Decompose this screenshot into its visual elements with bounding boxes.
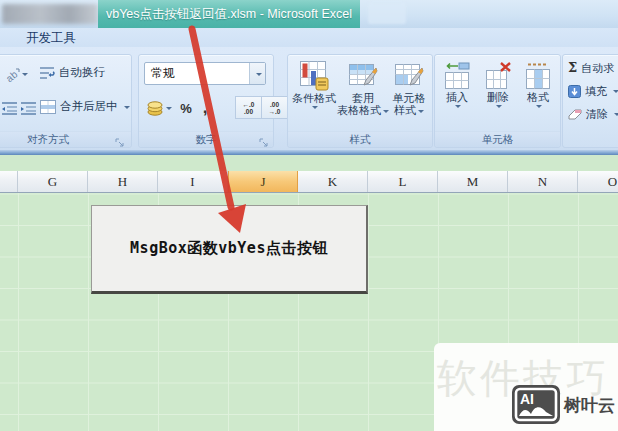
merge-center-icon bbox=[40, 100, 56, 114]
ai-logo-text: AI bbox=[520, 391, 534, 407]
eraser-icon bbox=[568, 108, 582, 120]
wrap-text-button[interactable]: 自动换行 bbox=[40, 65, 105, 80]
watermark-brand: 树叶云 bbox=[564, 394, 615, 417]
decrease-decimal-label: .00 bbox=[270, 101, 279, 108]
group-styles: 条件格式 套用 表格格式 bbox=[287, 54, 433, 148]
dropdown-arrow-icon bbox=[256, 73, 262, 79]
format-label: 格式 bbox=[527, 91, 549, 103]
dropdown-arrow-icon bbox=[22, 73, 28, 79]
blurred-quick-access-toolbar bbox=[2, 4, 98, 24]
delete-label: 删除 bbox=[487, 91, 509, 103]
dropdown-arrow-icon bbox=[312, 106, 318, 112]
excel-window: vbYes点击按钮返回值.xlsm - Microsoft Excel 开发工具… bbox=[0, 0, 618, 431]
decrease-indent-button[interactable] bbox=[0, 96, 19, 120]
wrap-text-label: 自动换行 bbox=[59, 65, 105, 80]
group-editing: Σ 自动求 填充 清除 bbox=[562, 54, 618, 148]
column-header-stub[interactable] bbox=[0, 171, 18, 192]
increase-decimal-label2: .00 bbox=[244, 108, 253, 115]
clear-label: 清除 bbox=[586, 107, 608, 122]
decrease-indent-icon bbox=[2, 102, 17, 115]
fill-button[interactable]: 填充 bbox=[568, 83, 618, 99]
column-headers: GHIJKLMNO bbox=[0, 171, 618, 193]
conditional-formatting-icon bbox=[299, 60, 329, 92]
title-bar: vbYes点击按钮返回值.xlsm - Microsoft Excel bbox=[0, 0, 618, 28]
msgbox-text: MsgBox函数vbYes点击按钮 bbox=[130, 239, 328, 258]
decimal-buttons: ←.0 .00 .00 →.0 bbox=[235, 96, 288, 119]
format-as-table-label: 套用 bbox=[352, 92, 374, 104]
cell-styles-label: 单元格 bbox=[393, 92, 426, 104]
ribbon-tab-row: 开发工具 bbox=[0, 28, 618, 48]
increase-indent-button[interactable] bbox=[18, 96, 38, 120]
decrease-decimal-label2: →.0 bbox=[269, 108, 281, 115]
insert-label: 插入 bbox=[446, 91, 468, 103]
format-as-table-icon bbox=[348, 60, 378, 92]
tab-developer[interactable]: 开发工具 bbox=[26, 30, 76, 47]
ai-logo-icon: AI bbox=[512, 385, 560, 424]
column-header-N[interactable]: N bbox=[508, 171, 578, 192]
dropdown-arrow-icon bbox=[455, 105, 461, 111]
group-alignment: ab bbox=[0, 54, 132, 148]
fill-label: 填充 bbox=[585, 84, 607, 99]
group-label-cells: 单元格 bbox=[435, 131, 560, 147]
percent-style-button[interactable]: % bbox=[175, 96, 197, 120]
orientation-button[interactable]: ab bbox=[0, 61, 35, 87]
group-cells: 插入 删除 bbox=[434, 54, 561, 148]
merge-center-button[interactable]: 合并后居中 bbox=[40, 99, 130, 114]
msgbox-shape[interactable]: MsgBox函数vbYes点击按钮 bbox=[91, 205, 368, 294]
conditional-formatting-button[interactable]: 条件格式 bbox=[290, 58, 338, 128]
increase-decimal-label: ←.0 bbox=[243, 101, 255, 108]
number-format-dropdown[interactable]: 常规 bbox=[144, 62, 266, 85]
insert-cells-button[interactable]: 插入 bbox=[437, 58, 477, 128]
comma-style-button[interactable]: , bbox=[196, 96, 214, 120]
format-as-table-label2: 表格格式 bbox=[337, 104, 389, 116]
dropdown-arrow-icon bbox=[124, 106, 130, 112]
wrap-text-icon bbox=[40, 66, 55, 80]
dropdown-arrow-icon bbox=[496, 105, 502, 111]
decrease-decimal-button[interactable]: .00 →.0 bbox=[261, 96, 288, 119]
dropdown-arrow-icon bbox=[536, 105, 542, 111]
autosum-label: 自动求 bbox=[581, 61, 614, 76]
ribbon: ab bbox=[0, 47, 618, 153]
increase-indent-icon bbox=[21, 102, 36, 115]
text-orientation-icon: ab bbox=[3, 66, 20, 83]
sheet-top-strip bbox=[0, 155, 618, 171]
window-title: vbYes点击按钮返回值.xlsm - Microsoft Excel bbox=[106, 6, 352, 23]
title-highlight: vbYes点击按钮返回值.xlsm - Microsoft Excel bbox=[98, 0, 360, 28]
accounting-format-button[interactable] bbox=[143, 96, 175, 120]
format-cells-button[interactable]: 格式 bbox=[518, 58, 558, 128]
column-header-I[interactable]: I bbox=[158, 171, 228, 192]
number-format-value: 常规 bbox=[145, 65, 249, 82]
insert-cells-icon bbox=[442, 61, 472, 91]
conditional-formatting-label: 条件格式 bbox=[292, 92, 336, 104]
merge-center-label: 合并后居中 bbox=[60, 99, 118, 114]
format-cells-icon bbox=[523, 61, 553, 91]
dropdown-button[interactable] bbox=[249, 63, 265, 84]
column-header-K[interactable]: K bbox=[298, 171, 368, 192]
group-label-number: 数字 bbox=[139, 131, 273, 147]
group-number: 常规 % , ←.0 .00 .00 →.0 bbox=[138, 54, 274, 148]
dialog-launcher-icon[interactable] bbox=[115, 134, 125, 144]
sigma-icon: Σ bbox=[568, 61, 577, 75]
clear-button[interactable]: 清除 bbox=[568, 106, 618, 122]
cell-styles-label2: 样式 bbox=[394, 104, 424, 116]
dialog-launcher-icon[interactable] bbox=[259, 134, 269, 144]
svg-text:ab: ab bbox=[3, 68, 19, 83]
cell-styles-button[interactable]: 单元格 样式 bbox=[387, 58, 431, 128]
column-header-H[interactable]: H bbox=[88, 171, 158, 192]
column-header-L[interactable]: L bbox=[368, 171, 438, 192]
delete-cells-icon bbox=[483, 61, 513, 91]
dropdown-arrow-icon bbox=[166, 107, 172, 113]
dropdown-arrow-icon bbox=[614, 113, 618, 119]
column-header-G[interactable]: G bbox=[18, 171, 88, 192]
group-label-alignment: 对齐方式 bbox=[0, 131, 131, 147]
autosum-button[interactable]: Σ 自动求 bbox=[568, 60, 614, 76]
fill-down-icon bbox=[568, 85, 581, 98]
column-header-M[interactable]: M bbox=[438, 171, 508, 192]
column-header-J[interactable]: J bbox=[228, 171, 298, 192]
format-as-table-button[interactable]: 套用 表格格式 bbox=[339, 58, 387, 128]
column-header-O[interactable]: O bbox=[578, 171, 618, 192]
increase-decimal-button[interactable]: ←.0 .00 bbox=[235, 96, 262, 119]
dropdown-arrow-icon bbox=[613, 90, 618, 96]
coins-icon bbox=[147, 101, 164, 116]
delete-cells-button[interactable]: 删除 bbox=[478, 58, 518, 128]
